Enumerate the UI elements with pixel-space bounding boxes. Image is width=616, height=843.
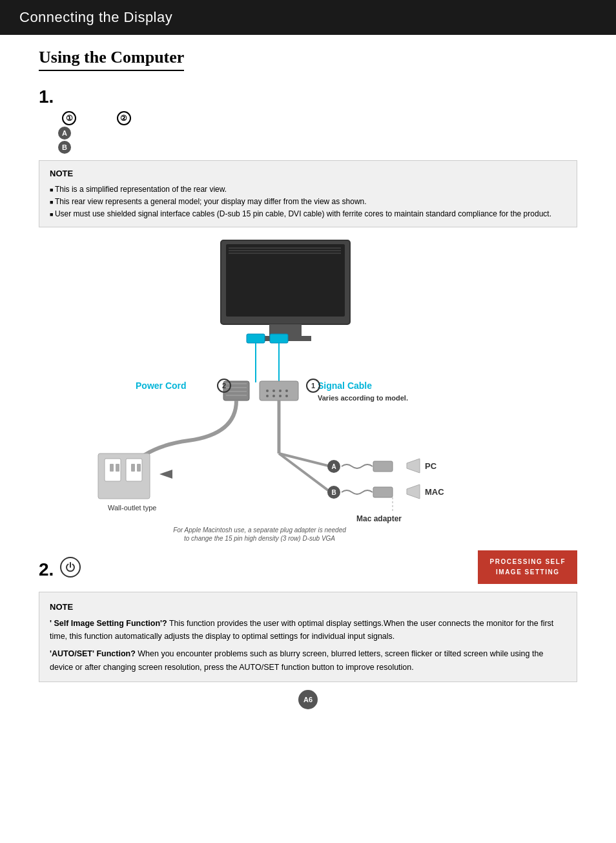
self-image-bold: ' Self Image Setting Function'? <box>50 619 167 628</box>
note2-self-image: ' Self Image Setting Function'? This fun… <box>50 617 566 643</box>
svg-text:2: 2 <box>222 382 226 390</box>
note2-title: NOTE <box>50 600 566 614</box>
svg-rect-7 <box>247 334 265 343</box>
signal-cable-label: Signal Cable <box>318 380 372 391</box>
section-title: Using the Computer <box>39 48 184 71</box>
note-box-1: NOTE This is a simplified representation… <box>39 160 577 227</box>
step1-number: 1. <box>39 87 577 107</box>
svg-text:For Apple Macintosh use, a  se: For Apple Macintosh use, a separate plug… <box>173 526 346 534</box>
main-content: Using the Computer 1. ① ② A B NOTE This … <box>0 35 616 729</box>
svg-text:Varies according to model.: Varies according to model. <box>318 394 408 402</box>
svg-rect-46 <box>373 461 393 472</box>
diagram-area: Signal Cable Varies according to model. … <box>39 234 577 544</box>
svg-rect-8 <box>270 334 288 343</box>
svg-text:Wall-outlet type: Wall-outlet type <box>108 504 156 512</box>
svg-rect-35 <box>110 464 114 472</box>
svg-point-18 <box>279 395 282 397</box>
svg-marker-47 <box>407 459 420 473</box>
svg-point-14 <box>279 390 282 392</box>
header-title: Connecting the Display <box>19 9 172 25</box>
note1-title: NOTE <box>50 167 566 181</box>
header-bar: Connecting the Display <box>0 0 616 35</box>
circle-letter-b: B <box>58 141 71 154</box>
svg-marker-52 <box>407 484 420 499</box>
svg-text:PC: PC <box>425 461 437 471</box>
processing-line1: PROCESSING SELF <box>489 557 566 567</box>
step2-number: 2. <box>39 559 54 580</box>
processing-line2: IMAGE SETTING <box>489 567 566 578</box>
label-b-row: B <box>58 141 577 154</box>
diagram-svg: Signal Cable Varies according to model. … <box>39 234 577 544</box>
note-box-2: NOTE ' Self Image Setting Function'? Thi… <box>39 592 577 682</box>
svg-point-19 <box>285 395 288 397</box>
processing-box: PROCESSING SELF IMAGE SETTING <box>478 550 577 584</box>
svg-point-17 <box>272 395 275 397</box>
svg-marker-39 <box>159 470 172 479</box>
step1-circles-row: ① ② <box>58 111 577 125</box>
svg-rect-36 <box>116 464 119 472</box>
svg-rect-1 <box>226 244 345 317</box>
label-a-row: A <box>58 127 577 140</box>
ab-labels: A B <box>58 127 577 154</box>
svg-text:A: A <box>331 463 336 470</box>
svg-text:Power Cord: Power Cord <box>136 380 187 391</box>
svg-text:connector on the supplied cabl: connector on the supplied cable to a 15 … <box>173 543 345 544</box>
note1-item-2: This rear view represents a general mode… <box>50 196 566 208</box>
svg-point-16 <box>266 395 269 397</box>
circle-2: ② <box>117 111 131 125</box>
power-icon <box>60 557 81 578</box>
svg-rect-38 <box>137 464 141 472</box>
step2-left: 2. <box>39 550 465 584</box>
svg-text:Mac adapter: Mac adapter <box>356 514 402 523</box>
note2-auto-set: 'AUTO/SET' Function? When you encounter … <box>50 647 566 674</box>
page-badge: A6 <box>298 690 318 709</box>
note1-list: This is a simplified representation of t… <box>50 183 566 221</box>
svg-rect-37 <box>131 464 135 472</box>
svg-point-15 <box>285 390 288 392</box>
svg-text:to change the 15 pin high dens: to change the 15 pin high density (3 row… <box>184 535 335 542</box>
svg-text:B: B <box>331 489 336 496</box>
svg-text:MAC: MAC <box>425 487 444 497</box>
circle-1: ① <box>62 111 76 125</box>
svg-text:1: 1 <box>311 382 315 390</box>
circle-letter-a: A <box>58 127 71 140</box>
page-indicator: A6 <box>39 690 577 709</box>
step2-row: 2. PROCESSING SELF IMAGE SETTING <box>39 550 577 584</box>
note1-item-3: User must use shielded signal interface … <box>50 208 566 220</box>
svg-point-13 <box>272 390 275 392</box>
svg-rect-51 <box>373 487 393 497</box>
svg-point-12 <box>266 390 269 392</box>
note1-item-1: This is a simplified representation of t… <box>50 183 566 196</box>
auto-set-bold: 'AUTO/SET' Function? <box>50 649 136 658</box>
